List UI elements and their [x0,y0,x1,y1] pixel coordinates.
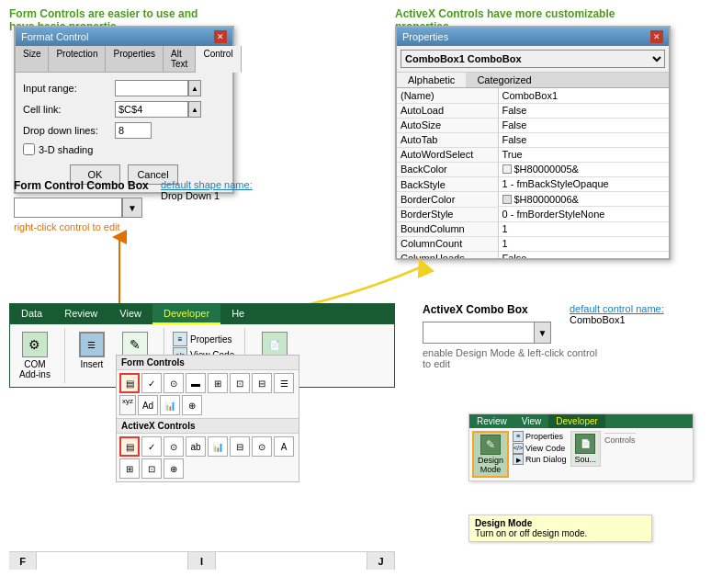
activex-ctrl-btn-6[interactable]: ⊟ [230,436,250,457]
dialog-tabs: Size Protection Properties Alt Text Cont… [16,46,232,73]
mini-view-code-button[interactable]: </> View Code [513,443,567,455]
ribbon-tab-view[interactable]: View [108,304,152,324]
tab-size[interactable]: Size [16,46,49,72]
insert-button[interactable]: ☰ Insert [73,328,110,373]
mini-design-mode-label: DesignMode [478,456,503,474]
dialog-title: Format Control [21,31,88,42]
props-combo-row: ComboBox1 ComboBox [397,46,669,73]
default-control-name-section: default control name: ComboBox1 [570,303,698,325]
mini-ribbon: Review View Developer ✎ DesignMode ≡ Pro… [468,413,694,481]
cell-link-row: Cell link: ▲ [23,101,225,118]
com-addins-button[interactable]: ⚙ COMAdd-ins [14,328,56,383]
ribbon-divider-1 [64,328,65,383]
properties-close-button[interactable]: ✕ [650,30,663,43]
activex-ctrl-btn-9[interactable]: ⊞ [119,458,140,479]
mini-design-mode-button[interactable]: ✎ DesignMode [472,431,509,478]
activex-ctrl-btn-10[interactable]: ⊡ [141,458,162,479]
form-ctrl-btn-5[interactable]: ⊞ [208,373,228,393]
ribbon-tab-review[interactable]: Review [53,304,108,324]
input-range-field[interactable] [115,80,188,96]
mini-source-label: Sou... [575,455,597,464]
activex-ctrl-btn-2[interactable]: ✓ [141,436,162,457]
activex-combo-input[interactable] [423,322,534,343]
tab-alt-text[interactable]: Alt Text [164,46,196,72]
shading-checkbox[interactable] [23,143,35,155]
form-combo-dropdown-button[interactable]: ▼ [122,198,142,218]
enable-design-hint: enable Design Mode & left-click control … [423,347,606,369]
mini-tab-review[interactable]: Review [469,414,514,428]
properties-panel: Properties ✕ ComboBox1 ComboBox Alphabet… [395,26,671,260]
activex-ctrl-btn-7[interactable]: ⊙ [252,436,272,457]
source-icon: 📄 [262,332,288,357]
drop-down-lines-row: Drop down lines: [23,122,225,139]
mini-properties-button[interactable]: ≡ Properties [513,431,567,443]
table-row: BackColor $H80000005& [397,162,669,177]
insert-icon: ☰ [79,332,105,357]
mini-run-dialog-button[interactable]: ▶ Run Dialog [513,454,567,466]
form-ctrl-btn-1[interactable]: ▤ [119,373,140,393]
form-ctrl-btn-11[interactable]: ⊕ [182,395,202,415]
mini-source-button[interactable]: 📄 Sou... [570,431,602,467]
form-ctrl-btn-8[interactable]: ☰ [274,373,294,393]
activex-combo-dropdown-button[interactable]: ▼ [534,322,550,343]
form-ctrl-btn-7[interactable]: ⊟ [252,373,272,393]
row-header-f: F [9,552,37,570]
excel-ribbon: Data Review View Developer He ⚙ COMAdd-i… [9,303,395,388]
table-row: AutoSizeFalse [397,118,669,132]
tab-protection[interactable]: Protection [49,46,106,72]
cell-link-label: Cell link: [23,104,115,115]
drop-down-lines-field[interactable] [115,122,152,139]
tab-properties[interactable]: Properties [106,46,164,72]
properties-ribbon-icon: ≡ [173,332,187,346]
default-control-name-value: ComboBox1 [570,314,626,325]
props-tab-alphabetic[interactable]: Alphabetic [397,73,466,87]
form-ctrl-btn-2[interactable]: ✓ [141,373,162,393]
tab-control[interactable]: Control [196,46,241,73]
form-ctrl-btn-10[interactable]: 📊 [160,395,180,415]
mini-tab-developer[interactable]: Developer [548,414,605,428]
mini-view-code-icon: </> [513,443,524,454]
form-combo-input[interactable] [14,198,122,218]
cell-blank-2[interactable] [216,552,367,570]
form-controls-grid: ▤ ✓ ⊙ ▬ ⊞ ⊡ ⊟ ☰ xyz Ad 📊 ⊕ [117,370,299,418]
tooltip-text: Turn on or off design mode. [475,528,646,538]
form-ctrl-btn-9[interactable]: Ad [138,395,158,415]
dialog-close-button[interactable]: ✕ [214,30,227,43]
table-row: (Name)ComboBox1 [397,88,669,103]
row-header-i: I [188,552,216,570]
activex-ctrl-btn-11[interactable]: ⊕ [164,458,184,479]
form-ctrl-btn-3[interactable]: ⊙ [164,373,184,393]
activex-ctrl-btn-5[interactable]: 📊 [208,436,228,457]
mini-ribbon-tabs: Review View Developer [469,414,693,428]
activex-ctrl-btn-1[interactable]: ▤ [119,436,140,457]
table-row: AutoLoadFalse [397,103,669,118]
shading-label: 3-D shading [39,144,93,155]
activex-ctrl-btn-8[interactable]: A [274,436,294,457]
form-combo-demo: ▼ [14,198,142,218]
design-mode-tooltip: Design Mode Turn on or off design mode. [468,514,652,542]
table-row: AutoWordSelectTrue [397,147,669,162]
ribbon-tab-developer[interactable]: Developer [152,304,220,324]
cell-blank[interactable] [37,552,188,570]
com-addins-icon: ⚙ [22,332,48,357]
drop-down-lines-label: Drop down lines: [23,125,115,136]
activex-ctrl-btn-4[interactable]: ab [186,436,206,457]
form-ctrl-btn-6[interactable]: ⊡ [230,373,250,393]
mini-tab-view[interactable]: View [514,414,549,428]
props-tabs: Alphabetic Categorized [397,73,669,88]
ribbon-tab-he[interactable]: He [220,304,255,324]
cell-link-spin[interactable]: ▲ [188,101,201,118]
props-object-select[interactable]: ComboBox1 ComboBox [401,50,665,68]
form-ctrl-btn-xyz[interactable]: xyz [119,395,136,415]
activex-ctrl-btn-3[interactable]: ⊙ [164,436,184,457]
cell-link-field[interactable] [115,101,188,118]
ribbon-group-com-addins: ⚙ COMAdd-ins [14,328,56,383]
table-row: BorderStyle0 - fmBorderStyleNone [397,207,669,221]
form-ctrl-btn-4[interactable]: ▬ [186,373,206,393]
table-row: ColumnCount1 [397,236,669,251]
properties-ribbon-button[interactable]: ≡ Properties [173,332,235,346]
props-tab-categorized[interactable]: Categorized [466,73,542,87]
ribbon-tab-data[interactable]: Data [10,304,53,324]
dialog-body: Input range: ▲ Cell link: ▲ Drop down li… [16,73,232,192]
input-range-spin[interactable]: ▲ [188,80,201,96]
